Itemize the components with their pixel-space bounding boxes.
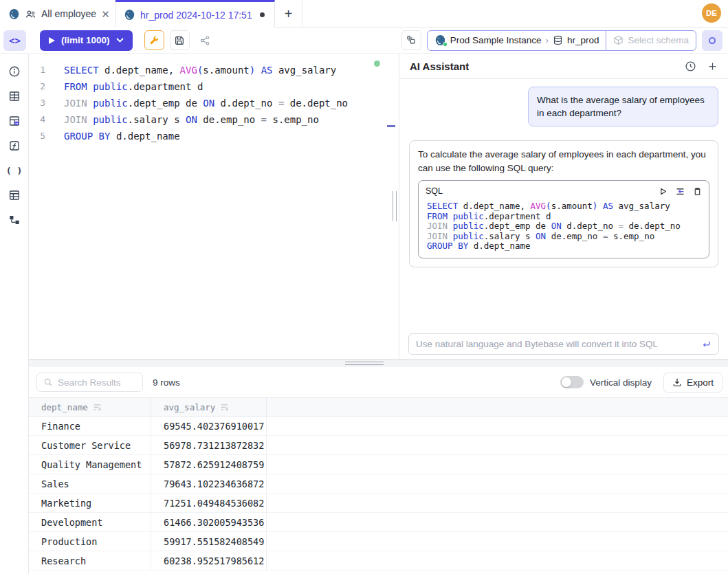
table-row[interactable]: Development61466.302005943536 — [29, 513, 728, 532]
connection-status-dot — [443, 42, 448, 47]
results-grid-header: dept_name avg_salary — [29, 397, 728, 417]
people-icon — [25, 8, 36, 20]
toggle-knob — [562, 377, 571, 387]
function-icon — [8, 140, 21, 152]
results-right-group: Vertical display Export — [560, 373, 723, 393]
results-panel: Search Results 9 rows Vertical display E… — [0, 367, 728, 574]
row-filler — [267, 474, 728, 493]
history-clock-icon[interactable] — [685, 60, 696, 72]
table-cell: Marketing — [29, 494, 151, 512]
search-results-input[interactable]: Search Results — [36, 373, 143, 392]
table-cell: 57872.625912408759 — [151, 455, 267, 474]
table-row[interactable]: Quality Management57872.625912408759 — [29, 455, 728, 474]
table-grid-icon — [8, 90, 21, 102]
line-number: 3 — [29, 95, 55, 111]
chevron-down-icon — [116, 38, 124, 43]
postgres-logo-icon — [124, 9, 135, 21]
line-number-gutter: 12345 — [29, 62, 55, 144]
schema-selector[interactable]: Select schema — [606, 31, 696, 50]
table-row[interactable]: Marketing71251.049484536082 — [29, 494, 728, 513]
save-sheet-button[interactable] — [170, 30, 190, 50]
line-number: 2 — [29, 78, 55, 95]
table-cell: 59917.551582408549 — [151, 532, 267, 551]
instance-selector[interactable]: Prod Sample Instance › hr_prod — [428, 31, 606, 50]
vertical-display-toggle[interactable] — [560, 376, 584, 388]
layout-panels-button[interactable] — [401, 30, 421, 50]
sidebar-item-functions[interactable] — [2, 133, 27, 158]
ai-assistant-title: AI Assistant — [410, 60, 469, 72]
row-filler — [267, 436, 728, 454]
code-card-header: SQL — [419, 181, 709, 199]
table-cell: Sales — [29, 474, 151, 493]
tab-hr-prod[interactable]: hr_prod 2024-10-12 17:51 — [115, 0, 275, 27]
format-sql-button[interactable] — [144, 30, 164, 50]
run-query-button[interactable]: (limit 1000) — [40, 30, 133, 51]
code-line: FROM public.department d — [427, 212, 702, 222]
code-panel-toggle-icon[interactable]: <> — [3, 30, 26, 51]
enter-return-icon[interactable] — [701, 339, 712, 349]
sidebar-item-info[interactable] — [2, 59, 27, 84]
table-row[interactable]: Sales79643.102234636872 — [29, 474, 728, 494]
code-line: JOIN public.dept_emp de ON d.dept_no = d… — [427, 221, 702, 232]
sidebar-item-tables[interactable] — [2, 84, 27, 109]
table-row[interactable]: Customer Service56978.731213872832 — [29, 436, 728, 455]
insert-into-editor-icon[interactable] — [675, 186, 685, 197]
sql-editor-app: All employee ✕ hr_prod 2024-10-12 17:51 … — [0, 0, 728, 574]
share-icon — [199, 35, 210, 46]
editor-scroll-zone — [384, 54, 399, 359]
cascade-panels-icon — [406, 35, 417, 45]
sql-editor[interactable]: 12345 SELECT d.dept_name, AVG(s.amount) … — [29, 54, 384, 359]
table-row[interactable]: Research60238.952517985612 — [29, 551, 728, 571]
code-line: JOIN public.salary s ON de.emp_no = s.em… — [64, 111, 348, 128]
row-filler — [267, 513, 728, 531]
sidebar-item-views[interactable] — [2, 183, 27, 208]
column-header-dept-name[interactable]: dept_name — [29, 398, 151, 416]
table-cell: Quality Management — [29, 455, 151, 474]
add-tab-button[interactable]: + — [275, 0, 302, 27]
horizontal-splitter[interactable] — [0, 359, 728, 367]
table-cell: 60238.952517985612 — [151, 551, 267, 570]
table-cell: 61466.302005943536 — [151, 513, 267, 531]
ai-assistant-panel: AI Assistant What is the average salary … — [399, 54, 728, 359]
tab-all-employee[interactable]: All employee ✕ — [0, 0, 115, 27]
sort-icon[interactable] — [220, 404, 229, 411]
ai-assistant-button[interactable] — [702, 30, 723, 51]
close-icon[interactable]: ✕ — [101, 9, 110, 19]
table-cell: Development — [29, 513, 151, 531]
copy-clipboard-icon[interactable] — [693, 187, 702, 196]
column-header-avg-salary[interactable]: avg_salary — [151, 398, 267, 416]
sidebar-item-er-diagram[interactable] — [2, 208, 27, 232]
left-icon-sidebar: ( ) — [0, 54, 29, 574]
code-line: SELECT d.dept_name, AVG(s.amount) AS avg… — [427, 201, 702, 212]
splitter-handle[interactable] — [345, 362, 384, 365]
code-line: GROUP BY d.dept_name — [64, 128, 348, 144]
code-line: GROUP BY d.dept_name — [427, 241, 702, 252]
sidebar-item-procedures[interactable]: ( ) — [2, 158, 27, 183]
results-toolbar: Search Results 9 rows Vertical display E… — [0, 367, 728, 397]
tab-bar: All employee ✕ hr_prod 2024-10-12 17:51 … — [0, 0, 728, 27]
new-chat-plus-icon[interactable] — [707, 61, 718, 71]
assistant-intro-text: To calculate the average salary of emplo… — [418, 149, 706, 173]
code-card-sql[interactable]: SELECT d.dept_name, AVG(s.amount) AS avg… — [419, 199, 709, 258]
export-button[interactable]: Export — [663, 373, 723, 393]
table-cell: 56978.731213872832 — [151, 436, 267, 454]
tab-label: All employee — [41, 8, 96, 19]
table-cell: 71251.049484536082 — [151, 494, 267, 512]
sort-icon[interactable] — [93, 404, 102, 411]
row-filler — [267, 494, 728, 512]
table-cell: 79643.102234636872 — [151, 474, 267, 493]
sidebar-item-schema-diagram[interactable] — [2, 109, 27, 133]
user-avatar[interactable]: DE — [702, 3, 721, 23]
share-button[interactable] — [195, 30, 215, 50]
sql-code-area[interactable]: SELECT d.dept_name, AVG(s.amount) AS avg… — [55, 62, 348, 144]
code-line: FROM public.department d — [64, 78, 348, 95]
vertical-splitter-handle[interactable] — [393, 191, 397, 221]
code-line: JOIN public.dept_emp de ON d.dept_no = d… — [64, 95, 348, 111]
line-number: 5 — [29, 128, 55, 144]
table-row[interactable]: Finance69545.402376910017 — [29, 417, 728, 436]
run-play-icon[interactable] — [659, 187, 668, 196]
flow-diagram-icon — [8, 214, 21, 226]
play-icon — [49, 37, 55, 44]
ai-prompt-input[interactable]: Use natural language and Bytebase will c… — [408, 333, 719, 355]
table-row[interactable]: Production59917.551582408549 — [29, 532, 728, 551]
